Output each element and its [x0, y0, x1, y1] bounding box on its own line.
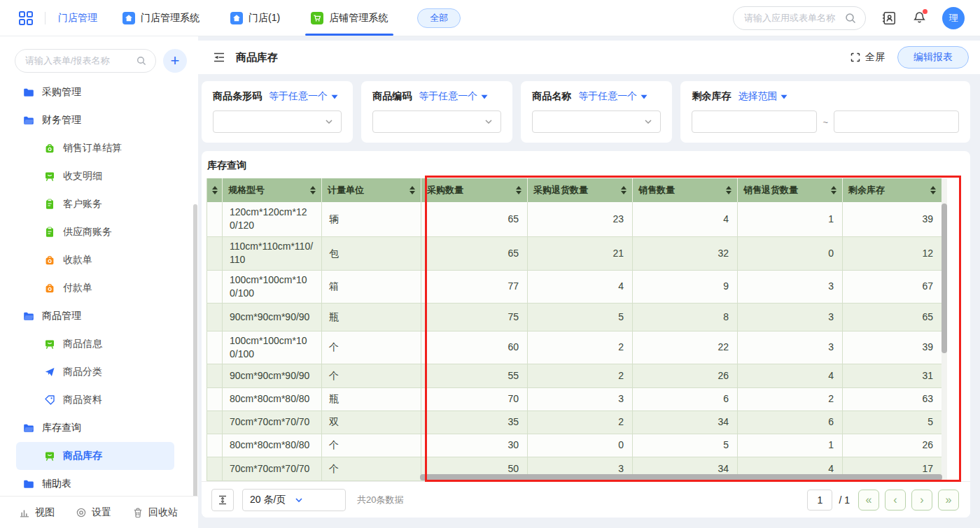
edit-report-button[interactable]: 编辑报表 [897, 46, 969, 69]
cell-unit: 个 [322, 331, 421, 364]
current-page-input[interactable]: 1 [807, 490, 832, 511]
filter-operator[interactable]: 等于任意一个 [419, 90, 488, 103]
header-inner: 规格型号 [228, 184, 316, 197]
column-header-采购退货数量[interactable]: 采购退货数量 [528, 178, 633, 202]
sidebar-footer-设置[interactable]: 设置 [76, 506, 111, 519]
sidebar-footer-回收站[interactable]: 回收站 [132, 506, 178, 519]
sidebar-item-辅助表[interactable]: 辅助表 [0, 470, 198, 498]
sidebar-item-商品资料[interactable]: 商品资料 [0, 386, 198, 414]
page-size-select[interactable]: 20 条/页 [242, 489, 346, 511]
filter-value-select[interactable] [532, 110, 661, 133]
first-page-button[interactable]: « [858, 490, 879, 511]
range-max-input[interactable] [834, 110, 959, 133]
header-inner: 销售数量 [638, 184, 732, 197]
cell-unit: 个 [322, 364, 421, 387]
chevron-down-icon [294, 495, 338, 505]
form-search-placeholder: 请输入表单/报表名称 [25, 55, 130, 67]
topbar-tab-1[interactable]: 门店管理系统 [122, 0, 200, 36]
sidebar-item-label: 采购管理 [42, 86, 81, 99]
column-label: 采购退货数量 [533, 184, 588, 197]
vertical-scrollbar-thumb[interactable] [941, 204, 947, 353]
sidebar-footer: 视图设置回收站 [0, 496, 198, 528]
sidebar-item-商品信息[interactable]: 商品信息 [0, 330, 198, 358]
filter-head: 剩余库存选择范围 [692, 90, 959, 103]
form-search-input[interactable]: 请输入表单/报表名称 [15, 49, 156, 73]
all-apps-pill[interactable]: 全部 [417, 8, 461, 28]
filter-operator[interactable]: 选择范围 [738, 90, 788, 103]
filter-operator[interactable]: 等于任意一个 [578, 90, 648, 103]
operator-label: 选择范围 [738, 90, 777, 103]
section-title: 库存查询 [207, 159, 970, 172]
contacts-icon[interactable] [881, 10, 897, 26]
sidebar-item-客户账务[interactable]: 客户账务 [0, 190, 198, 218]
sidebar-item-商品管理[interactable]: 商品管理 [0, 302, 198, 330]
receipt-orange-icon [44, 255, 55, 266]
pager-buttons: «‹›» [858, 490, 959, 511]
column-header-采购数量[interactable]: 采购数量 [421, 178, 528, 202]
sidebar-item-财务管理[interactable]: 财务管理 [0, 106, 198, 134]
row-height-button[interactable] [211, 489, 234, 511]
cell-spec: 100cm*100cm*100/100 [223, 331, 322, 364]
cell-value: 1 [738, 202, 843, 236]
cell-unit: 个 [322, 434, 421, 457]
cell-value: 75 [421, 303, 528, 331]
cell-value: 63 [843, 387, 942, 411]
sidebar-item-商品库存[interactable]: 商品库存 [16, 442, 174, 470]
filter-operator[interactable]: 等于任意一个 [269, 90, 338, 103]
tab-label: 门店管理系统 [141, 12, 200, 24]
sidebar-item-label: 收支明细 [63, 170, 102, 183]
apps-grid-icon[interactable] [18, 10, 34, 26]
plane-blue-icon [44, 366, 55, 378]
cell-value: 2 [528, 411, 633, 434]
collapse-sidebar-icon[interactable] [212, 50, 226, 64]
table-row: 70cm*70cm*70/70双3523465 [207, 411, 942, 434]
topbar-tab-3[interactable]: 店铺管理系统 [311, 0, 388, 36]
add-form-button[interactable]: + [163, 49, 187, 73]
cell-value: 23 [528, 202, 633, 236]
sidebar-item-库存查询[interactable]: 库存查询 [0, 414, 198, 442]
horizontal-scrollbar-thumb[interactable] [420, 474, 942, 480]
prev-page-button[interactable]: ‹ [885, 490, 906, 511]
folder-closed-blue-icon [23, 87, 34, 98]
home-icon [230, 12, 243, 24]
sidebar-item-收支明细[interactable]: 收支明细 [0, 162, 198, 190]
workspace-link[interactable]: 门店管理 [58, 12, 97, 24]
sidebar-footer-视图[interactable]: 视图 [19, 506, 55, 519]
sidebar-item-付款单[interactable]: 付款单 [0, 274, 198, 302]
column-header-销售数量[interactable]: 销售数量 [633, 178, 738, 202]
sidebar-item-供应商账务[interactable]: 供应商账务 [0, 218, 198, 246]
column-header-规格型号[interactable]: 规格型号 [223, 178, 322, 202]
sidebar-scrollbar[interactable] [193, 204, 197, 498]
notification-bell-icon[interactable] [912, 10, 927, 25]
range-min-input[interactable] [692, 110, 817, 133]
column-header-销售退货数量[interactable]: 销售退货数量 [738, 178, 843, 202]
next-page-button[interactable]: › [911, 490, 932, 511]
filter-value-select[interactable] [372, 110, 501, 133]
sidebar-item-收款单[interactable]: 收款单 [0, 246, 198, 274]
column-header-计量单位[interactable]: 计量单位 [322, 178, 421, 202]
sidebar-item-商品分类[interactable]: 商品分类 [0, 358, 198, 386]
operator-label: 等于任意一个 [419, 90, 477, 103]
column-header-hidden[interactable] [207, 178, 223, 202]
cell-spacer [207, 331, 223, 364]
cell-value: 1 [738, 434, 843, 457]
cell-value: 3 [738, 331, 843, 364]
column-header-剩余库存[interactable]: 剩余库存 [843, 178, 942, 202]
topbar-tab-2[interactable]: 门店(1) [230, 0, 280, 36]
sidebar-item-采购管理[interactable]: 采购管理 [0, 78, 198, 106]
fullscreen-button[interactable]: 全屏 [850, 51, 885, 64]
filter-value-select[interactable] [213, 110, 342, 133]
last-page-button[interactable]: » [938, 490, 959, 511]
filter-card-2: 商品编码等于任意一个 [361, 81, 512, 143]
cell-spec: 90cm*90cm*90/90 [223, 364, 322, 387]
avatar[interactable]: 理 [942, 7, 965, 29]
sort-icon [310, 186, 316, 194]
footer-item-label: 视图 [35, 506, 55, 519]
cell-value: 26 [843, 434, 942, 457]
cell-value: 4 [633, 202, 738, 236]
cell-spec: 70cm*70cm*70/70 [223, 457, 322, 480]
filter-head: 商品条形码等于任意一个 [213, 90, 342, 103]
app-search-input[interactable]: 请输入应用或表单名称 [733, 6, 866, 30]
page-header: 商品库存 全屏 编辑报表 [198, 41, 980, 74]
sidebar-item-销售订单结算[interactable]: 销售订单结算 [0, 134, 198, 162]
